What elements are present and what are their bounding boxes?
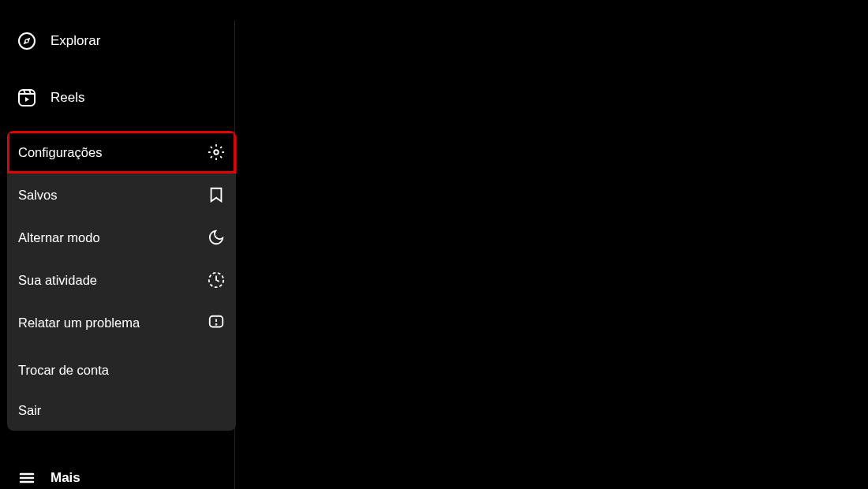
moon-icon — [208, 229, 225, 246]
svg-point-15 — [216, 324, 217, 325]
popup-item-label: Relatar um problema — [18, 315, 140, 330]
sidebar-item-label: Reels — [51, 90, 84, 106]
popup-item-relatar-problema[interactable]: Relatar um problema — [7, 301, 236, 344]
popup-item-salvos[interactable]: Salvos — [7, 174, 236, 216]
popup-item-label: Sua atividade — [18, 273, 97, 288]
hamburger-icon — [17, 468, 36, 487]
popup-item-sua-atividade[interactable]: Sua atividade — [7, 259, 236, 301]
gear-icon — [208, 144, 225, 161]
sidebar-item-label: Explorar — [51, 33, 100, 49]
popup-item-label: Sair — [18, 403, 41, 418]
svg-point-11 — [214, 150, 219, 155]
popup-item-alternar-modo[interactable]: Alternar modo — [7, 216, 236, 259]
popup-item-label: Trocar de conta — [18, 363, 109, 378]
popup-item-label: Configurações — [18, 145, 102, 160]
svg-point-2 — [26, 40, 28, 43]
sidebar-item-more[interactable]: Mais — [0, 457, 234, 489]
activity-icon — [208, 271, 225, 289]
popup-item-label: Salvos — [18, 188, 58, 203]
popup-item-sair[interactable]: Sair — [7, 390, 236, 431]
bookmark-icon — [208, 186, 225, 203]
sidebar-item-label: Mais — [51, 470, 80, 486]
sidebar-item-explorar[interactable]: Explorar — [0, 21, 234, 62]
report-icon — [208, 314, 225, 331]
popup-divider — [7, 344, 236, 350]
reels-icon — [17, 88, 36, 107]
more-popup-menu: Configurações Salvos Alternar modo Sua a… — [7, 131, 236, 431]
popup-item-label: Alternar modo — [18, 230, 100, 245]
popup-item-trocar-conta[interactable]: Trocar de conta — [7, 350, 236, 390]
svg-rect-3 — [19, 90, 35, 106]
svg-marker-7 — [25, 97, 29, 102]
compass-icon — [17, 32, 36, 50]
sidebar-item-reels[interactable]: Reels — [0, 77, 234, 118]
popup-item-configuracoes[interactable]: Configurações — [7, 131, 236, 174]
